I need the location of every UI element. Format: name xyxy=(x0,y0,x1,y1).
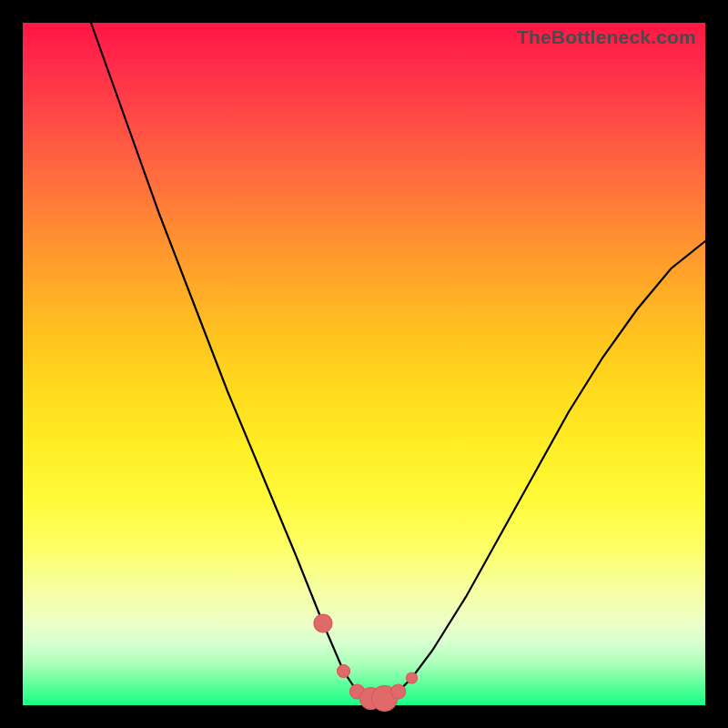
marker-point xyxy=(338,665,350,678)
marker-point xyxy=(314,614,332,632)
marker-point xyxy=(407,672,418,683)
plot-area: TheBottleneck.com xyxy=(23,23,705,705)
marker-group xyxy=(314,614,418,712)
bottleneck-curve xyxy=(91,23,705,699)
chart-frame: TheBottleneck.com xyxy=(0,0,728,728)
marker-point xyxy=(391,684,406,699)
curve-layer xyxy=(23,23,705,705)
